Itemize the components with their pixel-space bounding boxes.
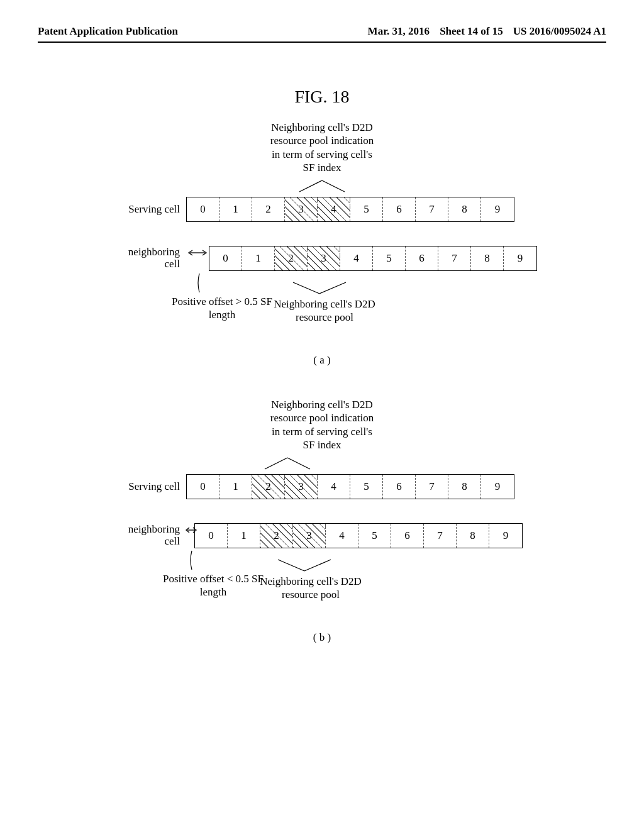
- serving-row-a: Serving cell 0 1 2 3 4 5 6 7 8 9: [121, 197, 523, 222]
- sf-cell: 0: [209, 246, 242, 270]
- frame-wrap: 0 1 2 3 4 5 6 7 8 9: [186, 197, 523, 222]
- header-date: Mar. 31, 2016: [368, 25, 430, 38]
- top-annot-line: in term of serving cell's: [121, 425, 523, 438]
- neighbor-row-b: neighboring cell 0: [121, 523, 523, 548]
- offset-arrow-icon: [186, 248, 209, 257]
- sf-cell: 4: [318, 475, 350, 499]
- pool-caption-b: Neighboring cell's D2D resource pool: [242, 575, 380, 602]
- sf-cell-hatched: 3: [285, 197, 318, 221]
- sf-cell: 9: [489, 524, 522, 548]
- top-annot-line: Neighboring cell's D2D: [121, 121, 523, 134]
- top-annot-line: SF index: [121, 438, 523, 451]
- sf-cell-hatched: 2: [260, 524, 293, 548]
- neighbor-label-l1: neighboring: [128, 246, 180, 258]
- sf-cell: 4: [340, 246, 373, 270]
- neighbor-label-l2: cell: [164, 258, 180, 270]
- row-label-neighbor: neighboring cell: [121, 524, 186, 547]
- brace-up-icon: [282, 280, 357, 299]
- row-label-neighbor: neighboring cell: [121, 246, 186, 270]
- sf-cell: 8: [448, 475, 481, 499]
- brace-down-icon: [121, 178, 523, 194]
- figure-title: FIG. 18: [38, 87, 606, 107]
- sf-cell: 1: [228, 524, 260, 548]
- pool-caption-line: resource pool: [255, 311, 394, 324]
- sf-cell: 7: [424, 524, 457, 548]
- sf-cell: 0: [187, 197, 219, 221]
- sf-cell: 7: [416, 197, 448, 221]
- top-annot-line: in term of serving cell's: [121, 148, 523, 161]
- sf-cell: 5: [350, 475, 383, 499]
- sf-cell: 0: [195, 524, 228, 548]
- top-annotation-b: Neighboring cell's D2D resource pool ind…: [121, 398, 523, 451]
- pool-caption-a: Neighboring cell's D2D resource pool: [255, 297, 394, 324]
- neighbor-row-a: neighboring cell 0: [121, 246, 523, 271]
- frame-wrap: 0 1 2 3 4 5 6 7 8 9: [186, 474, 523, 499]
- pool-caption-line: Neighboring cell's D2D: [242, 575, 380, 588]
- top-annotation-a: Neighboring cell's D2D resource pool ind…: [121, 121, 523, 174]
- brace-up-icon: [267, 557, 342, 576]
- header-pubno: US 2016/0095024 A1: [513, 25, 606, 38]
- top-annot-line: Neighboring cell's D2D: [121, 398, 523, 411]
- pool-caption-line: resource pool: [242, 588, 380, 601]
- neighbor-label-l1: neighboring: [128, 523, 180, 535]
- serving-row-b: Serving cell 0 1 2 3 4 5 6 7 8 9: [121, 474, 523, 499]
- neighbor-label-l2: cell: [164, 535, 180, 547]
- sf-frame-neighbor-b: 0 1 2 3 4 5 6 7 8 9: [194, 523, 523, 548]
- sf-cell: 9: [481, 475, 514, 499]
- sf-cell: 8: [457, 524, 489, 548]
- sf-cell-hatched: 3: [293, 524, 326, 548]
- page: Patent Application Publication Mar. 31, …: [0, 0, 644, 830]
- sf-cell: 5: [373, 246, 406, 270]
- under-annotations-b: Positive offset < 0.5 SF length Neighbor…: [186, 556, 523, 605]
- sf-cell: 0: [187, 475, 219, 499]
- sf-cell: 5: [350, 197, 383, 221]
- sf-cell: 9: [481, 197, 514, 221]
- sf-cell: 9: [504, 246, 536, 270]
- header-rule: [38, 42, 606, 43]
- sf-cell: 1: [219, 197, 252, 221]
- sf-cell: 7: [416, 475, 448, 499]
- top-annot-line: resource pool indication: [121, 134, 523, 147]
- sf-cell-hatched: 2: [252, 475, 285, 499]
- page-header: Patent Application Publication Mar. 31, …: [38, 25, 606, 38]
- sf-cell: 7: [438, 246, 471, 270]
- sf-cell-hatched: 3: [308, 246, 340, 270]
- subcaption-b: ( b ): [38, 631, 606, 644]
- sf-cell-hatched: 2: [275, 246, 308, 270]
- sf-cell: 6: [383, 197, 416, 221]
- sf-cell: 8: [448, 197, 481, 221]
- top-annot-line: resource pool indication: [121, 411, 523, 424]
- header-left: Patent Application Publication: [38, 25, 178, 38]
- sf-cell: 8: [471, 246, 504, 270]
- frame-wrap: 0 1 2 3 4 5 6 7 8 9: [186, 246, 523, 271]
- sf-frame-serving-b: 0 1 2 3 4 5 6 7 8 9: [186, 474, 514, 499]
- subcaption-a: ( a ): [38, 354, 606, 367]
- header-right: Mar. 31, 2016 Sheet 14 of 15 US 2016/009…: [368, 25, 606, 38]
- sf-cell: 6: [406, 246, 438, 270]
- sf-cell: 1: [219, 475, 252, 499]
- sf-cell: 6: [383, 475, 416, 499]
- sf-cell: 2: [252, 197, 285, 221]
- top-annot-line: SF index: [121, 161, 523, 174]
- under-annotations-a: Positive offset > 0.5 SF length Neighbor…: [186, 279, 523, 328]
- subfigure-b: Neighboring cell's D2D resource pool ind…: [121, 398, 523, 605]
- row-label-serving: Serving cell: [121, 481, 186, 493]
- subfigure-a: Neighboring cell's D2D resource pool ind…: [121, 121, 523, 328]
- sf-cell-hatched: 3: [285, 475, 318, 499]
- sf-cell: 6: [391, 524, 424, 548]
- sf-cell: 5: [358, 524, 391, 548]
- sf-frame-serving-a: 0 1 2 3 4 5 6 7 8 9: [186, 197, 514, 222]
- row-label-serving: Serving cell: [121, 204, 186, 216]
- header-sheet: Sheet 14 of 15: [440, 25, 503, 38]
- sf-cell: 4: [326, 524, 358, 548]
- sf-cell: 1: [242, 246, 275, 270]
- sf-cell-hatched: 4: [318, 197, 350, 221]
- brace-down-icon: [52, 455, 523, 472]
- frame-wrap: 0 1 2 3 4 5 6 7 8 9: [186, 523, 523, 548]
- pool-caption-line: Neighboring cell's D2D: [255, 297, 394, 311]
- sf-frame-neighbor-a: 0 1 2 3 4 5 6 7 8 9: [209, 246, 537, 271]
